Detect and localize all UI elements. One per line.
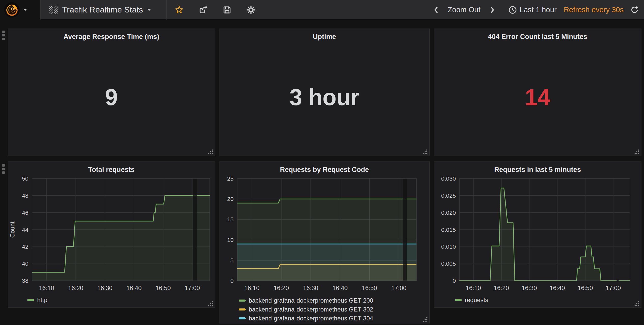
svg-text:16:10: 16:10 <box>39 285 54 291</box>
time-forward-button[interactable] <box>487 4 497 16</box>
save-button[interactable] <box>221 4 233 16</box>
legend-swatch-icon <box>27 299 34 301</box>
panel-title[interactable]: Requests in last 5 minutes <box>434 166 641 174</box>
grafana-logo-icon <box>4 2 20 18</box>
legend-label: backend-grafana-dockerprometheus GET 304 <box>249 315 373 322</box>
svg-text:16:20: 16:20 <box>494 285 509 291</box>
row-drag-handle[interactable] <box>2 164 5 174</box>
svg-text:0: 0 <box>453 277 456 284</box>
dashboard-grid-icon <box>49 5 58 15</box>
clock-icon <box>508 6 517 14</box>
svg-text:16:50: 16:50 <box>156 285 171 291</box>
svg-text:46: 46 <box>22 209 29 216</box>
panel-average-response-time: Average Response Time (ms) 9 <box>8 29 215 156</box>
resize-handle[interactable] <box>423 317 428 322</box>
svg-text:0.010: 0.010 <box>441 243 456 250</box>
share-button[interactable] <box>197 4 209 16</box>
save-icon <box>222 5 232 15</box>
star-button[interactable] <box>173 4 185 16</box>
resize-handle[interactable] <box>208 149 214 155</box>
svg-text:16:40: 16:40 <box>332 285 348 291</box>
resize-handle[interactable] <box>423 149 428 155</box>
svg-text:16:20: 16:20 <box>274 285 289 291</box>
panel-title[interactable]: 404 Error Count last 5 Minutes <box>434 33 641 41</box>
panel-title[interactable]: Total requests <box>8 166 215 174</box>
svg-text:48: 48 <box>22 192 29 199</box>
panel-404-error-count: 404 Error Count last 5 Minutes 14 <box>434 29 641 156</box>
svg-text:16:40: 16:40 <box>126 285 142 291</box>
svg-text:16:50: 16:50 <box>578 285 593 291</box>
dashboard-picker[interactable]: Traefik Realtime Stats <box>41 0 167 20</box>
svg-text:25: 25 <box>227 175 234 182</box>
svg-text:42: 42 <box>22 243 29 250</box>
svg-text:16:50: 16:50 <box>362 285 377 291</box>
legend-item[interactable]: requests <box>455 295 488 304</box>
legend-label: http <box>37 296 47 304</box>
svg-text:16:30: 16:30 <box>97 285 113 291</box>
svg-text:10: 10 <box>227 237 234 243</box>
legend-swatch-icon <box>239 300 246 302</box>
panel-requests-last-5-minutes: 00.0050.0100.0150.0200.0250.03016:1016:2… <box>434 161 641 308</box>
svg-text:38: 38 <box>22 277 29 284</box>
svg-text:40: 40 <box>22 260 29 267</box>
svg-text:5: 5 <box>230 257 234 264</box>
settings-button[interactable] <box>245 4 257 16</box>
total-requests-chart[interactable]: 3840424446485016:1016:2016:3016:4016:501… <box>8 162 215 307</box>
legend-swatch-icon <box>239 308 246 310</box>
svg-text:17:00: 17:00 <box>185 285 200 291</box>
legend-item[interactable]: http <box>27 295 47 304</box>
grafana-main-menu[interactable] <box>0 0 40 20</box>
chevron-right-icon <box>489 6 495 14</box>
star-icon <box>175 5 184 15</box>
svg-text:0: 0 <box>230 278 234 284</box>
resize-handle[interactable] <box>208 301 214 306</box>
svg-text:50: 50 <box>22 175 29 182</box>
svg-text:17:00: 17:00 <box>391 285 407 291</box>
svg-text:0.015: 0.015 <box>441 226 456 233</box>
row-drag-handle[interactable] <box>2 31 5 40</box>
time-back-button[interactable] <box>431 4 441 16</box>
refresh-icon <box>630 6 639 14</box>
resize-handle[interactable] <box>634 301 640 306</box>
legend-item[interactable]: backend-grafana-dockerprometheus GET 304 <box>239 314 373 323</box>
dashboard-actions <box>167 0 257 20</box>
legend-label: backend-grafana-dockerprometheus GET 302 <box>249 306 373 313</box>
svg-text:44: 44 <box>22 226 29 233</box>
panel-title[interactable]: Average Response Time (ms) <box>8 33 215 41</box>
svg-text:17:00: 17:00 <box>606 285 621 291</box>
svg-text:16:30: 16:30 <box>522 285 537 291</box>
legend-item[interactable]: backend-grafana-dockerprometheus GET 200 <box>239 296 373 305</box>
legend-swatch-icon <box>455 299 462 301</box>
chart-legend: http <box>27 295 47 304</box>
panel-total-requests: 3840424446485016:1016:2016:3016:4016:501… <box>8 161 215 308</box>
svg-text:Count: Count <box>9 221 16 238</box>
svg-text:0.005: 0.005 <box>441 260 456 267</box>
refresh-button[interactable] <box>629 4 639 16</box>
panel-title[interactable]: Uptime <box>219 33 429 41</box>
panel-requests-by-request-code: 051015202516:1016:2016:3016:4016:5017:00… <box>219 161 430 323</box>
svg-text:16:30: 16:30 <box>303 285 318 291</box>
dashboard-title: Traefik Realtime Stats <box>62 5 143 15</box>
legend-item[interactable]: backend-grafana-dockerprometheus GET 302 <box>239 305 373 314</box>
refresh-interval-label[interactable]: Refresh every 30s <box>564 6 624 14</box>
resize-handle[interactable] <box>634 149 640 155</box>
legend-swatch-icon <box>239 317 246 319</box>
zoom-out-button[interactable]: Zoom Out <box>448 6 481 14</box>
gear-icon <box>246 5 256 15</box>
svg-text:20: 20 <box>227 196 234 202</box>
svg-text:16:10: 16:10 <box>466 285 481 291</box>
svg-text:16:20: 16:20 <box>68 285 83 291</box>
time-range-label[interactable]: Last 1 hour <box>520 6 557 14</box>
navbar: Traefik Realtime Stats <box>0 0 644 20</box>
time-picker-button[interactable] <box>508 4 518 16</box>
chevron-down-icon <box>147 9 151 11</box>
svg-text:0.025: 0.025 <box>441 192 456 199</box>
share-icon <box>198 5 208 15</box>
time-controls: Zoom Out Last 1 hour Refresh every 30s <box>431 0 639 20</box>
requests-last-5-min-chart[interactable]: 00.0050.0100.0150.0200.0250.03016:1016:2… <box>434 162 641 307</box>
panel-title[interactable]: Requests by Request Code <box>219 166 429 174</box>
svg-text:16:10: 16:10 <box>244 285 260 291</box>
legend-label: backend-grafana-dockerprometheus GET 200 <box>249 297 373 304</box>
svg-text:0.030: 0.030 <box>441 175 456 182</box>
stat-value: 14 <box>434 84 641 110</box>
